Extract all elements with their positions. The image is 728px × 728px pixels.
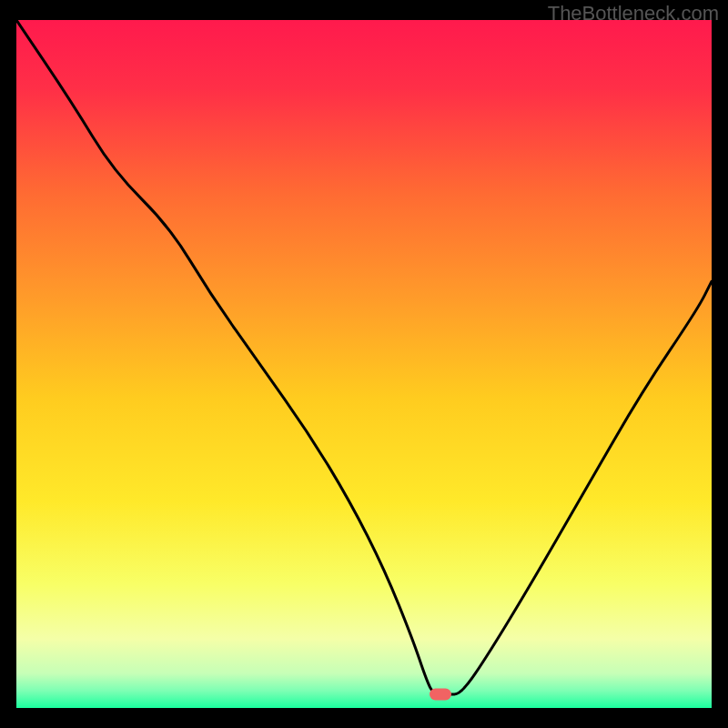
watermark-text: TheBottleneck.com (548, 2, 719, 25)
curve-layer (16, 20, 712, 708)
optimal-marker (430, 688, 451, 700)
bottleneck-curve (16, 20, 712, 694)
chart-container: TheBottleneck.com (0, 0, 728, 728)
plot-area (16, 20, 712, 708)
